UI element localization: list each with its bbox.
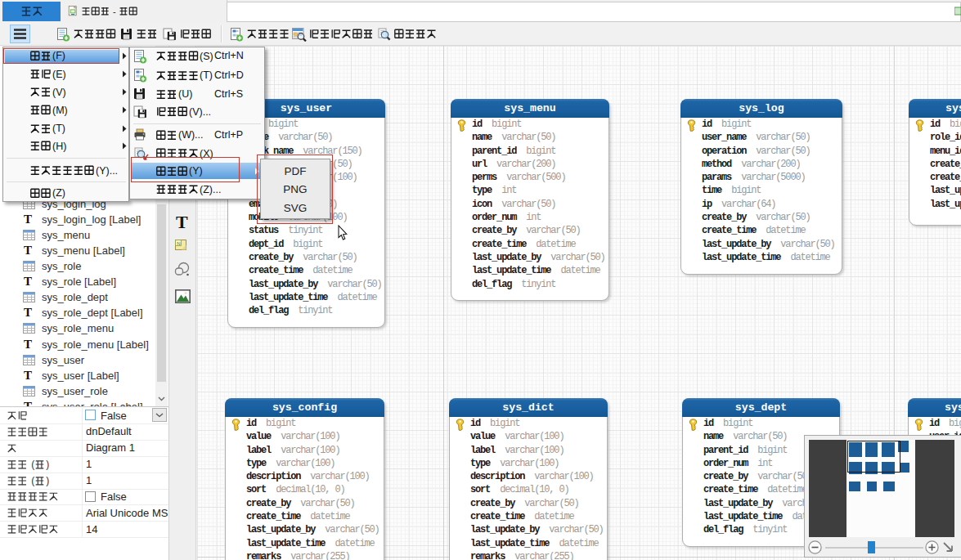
- svg-text:N: N: [177, 241, 180, 246]
